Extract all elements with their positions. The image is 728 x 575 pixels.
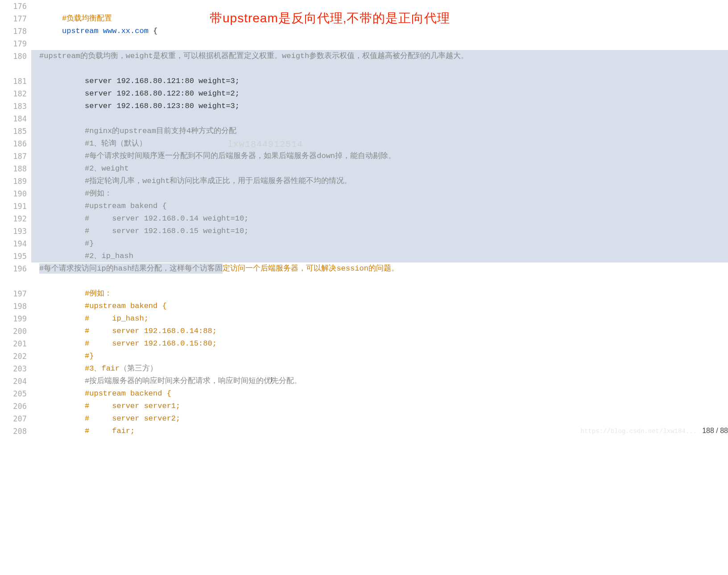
code-line[interactable]: #3、fair（第三方） xyxy=(31,362,728,375)
code-token: 和访问比率成正比，用于后端服务器性能不均的情况。 xyxy=(170,177,352,185)
code-token: #例如： xyxy=(85,189,112,198)
code-token: #upstream backend { xyxy=(85,389,171,398)
code-token: 2 xyxy=(89,164,94,173)
code-line[interactable]: #upstream bakend { xyxy=(31,200,728,212)
line-number: 180 xyxy=(0,50,27,62)
code-line[interactable] xyxy=(31,0,728,12)
code-token: # ip_hash; xyxy=(85,314,149,323)
code-token: # server 192.168.0.14:88; xyxy=(85,327,217,335)
code-token: 、 xyxy=(94,164,101,173)
code-content[interactable]: #负载均衡配置 upstream www.xx.com { #upstream的… xyxy=(31,0,728,438)
line-number: 178 xyxy=(0,25,27,38)
code-line[interactable]: #负载均衡配置 xyxy=(31,12,728,25)
code-token: { xyxy=(149,27,157,35)
code-line[interactable]: #upstream backend { xyxy=(31,388,728,400)
code-token: weight xyxy=(101,164,128,173)
code-line[interactable]: # server 192.168.0.15:80; xyxy=(31,338,728,350)
code-line[interactable]: #例如： xyxy=(31,288,728,300)
line-number: 185 xyxy=(0,125,27,138)
code-line[interactable]: # server 192.168.0.14 weight=10; xyxy=(31,212,728,225)
code-token: www.xx.com xyxy=(103,27,149,35)
code-line[interactable]: # server server1; xyxy=(31,400,728,412)
code-token: down xyxy=(317,152,335,160)
line-number-continuation xyxy=(0,275,27,288)
code-token: 种方式的分配 xyxy=(191,127,236,135)
code-token: # fair; xyxy=(85,427,135,435)
code-token: # xyxy=(85,164,89,173)
code-token: 2 xyxy=(89,252,94,260)
code-line[interactable]: #upstream bakend { xyxy=(31,300,728,312)
code-token: #upstream的负载均衡， xyxy=(39,52,126,60)
code-token: #} xyxy=(85,352,94,360)
line-number: 203 xyxy=(0,362,27,375)
line-number: 179 xyxy=(0,38,27,50)
line-number: 186 xyxy=(0,138,27,150)
code-token: # xyxy=(85,252,89,260)
code-line[interactable]: #按后端服务器的响应时间来分配请求，响应时间短的优先分配。 xyxy=(31,375,728,388)
line-number: 176 xyxy=(0,0,27,12)
line-number: 183 xyxy=(0,100,27,112)
code-token: 掉，能自动剔除。 xyxy=(335,152,396,160)
line-number: 198 xyxy=(0,300,27,312)
line-number: 188 xyxy=(0,162,27,175)
line-number: 202 xyxy=(0,350,27,362)
code-token: fair xyxy=(101,364,120,373)
code-token: # xyxy=(85,139,89,148)
line-number: 190 xyxy=(0,188,27,200)
code-line[interactable]: server 192.168.80.123:80 weight=3; xyxy=(31,100,728,112)
code-line[interactable]: # fair; xyxy=(31,425,728,438)
code-line[interactable]: # server 192.168.0.14:88; xyxy=(31,325,728,338)
line-number: 204 xyxy=(0,375,27,388)
line-number: 205 xyxy=(0,388,27,400)
code-line[interactable]: #指定轮询几率，weight和访问比率成正比，用于后端服务器性能不均的情况。 xyxy=(31,175,728,188)
code-line[interactable]: #每个请求按访问ip的hash结果分配，这样每个访客固定访问一个后端服务器，可以… xyxy=(31,262,728,288)
code-token: 、 xyxy=(94,252,101,260)
code-line[interactable]: #例如： xyxy=(31,188,728,200)
code-line[interactable]: upstream www.xx.com { xyxy=(31,25,728,38)
code-line[interactable]: #1、轮询（默认） xyxy=(31,138,728,150)
code-token: upstream xyxy=(62,27,99,35)
code-token: ip_hash xyxy=(101,252,133,260)
code-line[interactable]: server 192.168.80.121:80 weight=3; xyxy=(31,75,728,88)
code-token: 4 xyxy=(186,127,191,135)
line-number: 191 xyxy=(0,200,27,212)
code-token: server 192.168.80.122:80 weight=2; xyxy=(85,89,240,98)
line-number: 192 xyxy=(0,212,27,225)
code-token: weight xyxy=(126,52,153,60)
code-line[interactable]: #每个请求按时间顺序逐一分配到不同的后端服务器，如果后端服务器down掉，能自动… xyxy=(31,150,728,162)
line-number: 196 xyxy=(0,262,27,275)
line-number: 177 xyxy=(0,12,27,25)
page-counter: 188 / 88 xyxy=(702,427,728,435)
code-token: （第三方） xyxy=(120,364,157,373)
code-line[interactable] xyxy=(31,38,728,50)
line-number: 199 xyxy=(0,312,27,325)
code-token: #指定轮询几率， xyxy=(85,177,142,185)
code-token: #} xyxy=(85,239,94,248)
line-number: 182 xyxy=(0,88,27,100)
line-number: 193 xyxy=(0,225,27,238)
code-line[interactable]: # server 192.168.0.15 weight=10; xyxy=(31,225,728,238)
code-line[interactable]: # ip_hash; xyxy=(31,312,728,325)
code-token: # server server2; xyxy=(85,414,180,423)
code-token: 1 xyxy=(89,139,94,148)
line-number: 194 xyxy=(0,238,27,250)
code-token: server 192.168.80.121:80 weight=3; xyxy=(85,77,240,85)
code-line[interactable]: #upstream的负载均衡，weight是权重，可以根据机器配置定义权重。we… xyxy=(31,50,728,75)
code-line[interactable]: # server server2; xyxy=(31,412,728,425)
code-line[interactable]: #} xyxy=(31,350,728,362)
code-line[interactable]: #2、ip_hash xyxy=(31,250,728,262)
code-token: #按后端服务器的响应时间来分配请求，响应时间短的优先分配。 xyxy=(85,377,302,385)
code-line[interactable]: #2、weight xyxy=(31,162,728,175)
code-line[interactable]: #nginx的upstream目前支持4种方式的分配 xyxy=(31,125,728,138)
code-line[interactable] xyxy=(31,112,728,125)
line-number: 187 xyxy=(0,150,27,162)
code-token: #nginx的 xyxy=(85,127,120,135)
code-line[interactable]: #} xyxy=(31,238,728,250)
code-token: # server 192.168.0.14 weight=10; xyxy=(85,214,248,223)
code-line[interactable]: server 192.168.80.122:80 weight=2; xyxy=(31,88,728,100)
code-token: weigth xyxy=(282,52,309,60)
code-editor: 176177178179180 181182183184185186187188… xyxy=(0,0,728,438)
code-token: server 192.168.80.123:80 weight=3; xyxy=(85,102,240,110)
line-number: 195 xyxy=(0,250,27,262)
line-number: 184 xyxy=(0,112,27,125)
